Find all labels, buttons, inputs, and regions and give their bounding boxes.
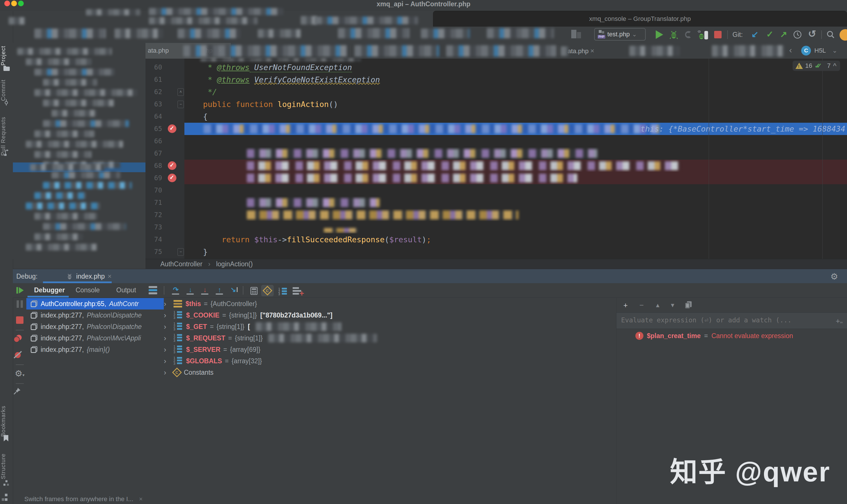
history-button[interactable] bbox=[793, 30, 802, 39]
expand-chevron-icon[interactable]: › bbox=[164, 368, 170, 377]
run-to-cursor-button[interactable]: ↘I bbox=[230, 286, 239, 295]
code-line[interactable]: } bbox=[185, 246, 847, 258]
tab-console[interactable]: Console bbox=[75, 286, 100, 294]
fold-marker-icon[interactable]: ˄ bbox=[177, 88, 184, 96]
debug-button[interactable] bbox=[669, 30, 679, 39]
run-with-coverage-button[interactable] bbox=[684, 30, 693, 39]
project-tree-panel[interactable] bbox=[13, 43, 145, 259]
background-window-titlebar[interactable]: xmq_console – GroupTranslator.php bbox=[433, 11, 847, 26]
project-icon[interactable] bbox=[3, 65, 10, 71]
pause-button[interactable] bbox=[13, 300, 27, 309]
force-step-into-button[interactable]: ↓ bbox=[201, 286, 210, 295]
git-update-icon[interactable]: ↙ bbox=[751, 30, 759, 39]
code-line[interactable]: this: {*BaseController*start_time => 168… bbox=[185, 123, 847, 135]
variable-row[interactable]: ›123$_COOKIE = {string[1]} ["8780b27d3a1… bbox=[164, 309, 616, 321]
code-line[interactable]: */ bbox=[185, 86, 847, 98]
git-commit-icon[interactable]: ✓ bbox=[766, 30, 773, 39]
resume-button[interactable] bbox=[15, 286, 25, 295]
window-layout-icon[interactable] bbox=[571, 29, 584, 40]
close-icon[interactable]: × bbox=[139, 496, 143, 503]
pull-requests-icon[interactable] bbox=[3, 149, 10, 156]
fold-marker-icon[interactable]: − bbox=[177, 248, 184, 256]
collab-label[interactable]: H5L bbox=[814, 47, 826, 54]
evaluate-expression-input[interactable] bbox=[621, 316, 822, 324]
breakpoint-icon[interactable] bbox=[168, 174, 176, 182]
expand-chevron-icon[interactable]: › bbox=[164, 334, 170, 343]
code-line[interactable] bbox=[185, 172, 847, 184]
move-down-button[interactable]: ▼ bbox=[670, 302, 675, 309]
move-up-button[interactable]: ▲ bbox=[655, 302, 661, 309]
mute-breakpoints-button[interactable] bbox=[13, 350, 27, 359]
code-line[interactable]: * @throws UserNotFoundException bbox=[185, 61, 847, 73]
add-to-watches-button[interactable]: + bbox=[293, 287, 304, 297]
bookmarks-icon[interactable] bbox=[3, 435, 9, 442]
close-icon[interactable]: × bbox=[108, 272, 112, 280]
gear-icon[interactable]: ⚙ bbox=[830, 271, 838, 282]
nav-back-chevron-icon[interactable]: ‹ bbox=[789, 45, 792, 55]
stack-frame-row[interactable]: index.php:277, Phalcon\Dispatche bbox=[27, 321, 164, 332]
commit-icon[interactable] bbox=[3, 99, 10, 106]
code-line[interactable]: * @throws VerifyCodeNotExistException bbox=[185, 73, 847, 86]
php-console-button[interactable]: C bbox=[261, 285, 274, 296]
start-listening-button[interactable] bbox=[697, 30, 710, 39]
sidebar-item-commit[interactable]: Commit bbox=[0, 79, 13, 101]
breakpoint-icon[interactable] bbox=[168, 161, 176, 170]
breakpoint-icon[interactable] bbox=[168, 124, 176, 133]
tab-mid[interactable]: ata.php × bbox=[568, 47, 594, 55]
structure-icon[interactable] bbox=[3, 480, 10, 486]
expand-chevron-icon[interactable]: › bbox=[164, 345, 170, 354]
fold-marker-icon[interactable]: − bbox=[177, 101, 184, 108]
tab-partial-left[interactable]: ata.php bbox=[148, 47, 169, 54]
show-variables-list-button[interactable]: 1 2 3 bbox=[278, 288, 288, 296]
step-out-button[interactable]: ↑ bbox=[215, 286, 224, 295]
expand-chevron-icon[interactable]: › bbox=[164, 322, 170, 331]
stack-frame-row[interactable]: AuthController.php:65, AuthContr bbox=[27, 298, 164, 309]
evaluate-expression-button[interactable] bbox=[250, 287, 258, 295]
code-line[interactable] bbox=[185, 221, 847, 233]
code-line[interactable] bbox=[185, 160, 847, 172]
rollback-icon[interactable]: ↺ bbox=[808, 29, 816, 39]
status-widget-icon[interactable] bbox=[2, 494, 7, 502]
expand-chevron-icon[interactable]: › bbox=[164, 357, 170, 365]
code-line[interactable]: public function loginAction() bbox=[185, 98, 847, 110]
layout-settings-button[interactable] bbox=[149, 286, 157, 294]
stack-frame-row[interactable]: index.php:277, Phalcon\Mvc\Appli bbox=[27, 332, 164, 344]
code-line[interactable] bbox=[185, 184, 847, 197]
stop-button[interactable] bbox=[713, 30, 723, 39]
git-push-icon[interactable]: ↗ bbox=[780, 30, 787, 39]
sidebar-item-bookmarks[interactable]: Bookmarks bbox=[0, 406, 13, 437]
search-everywhere-button[interactable] bbox=[826, 30, 835, 39]
variables-list[interactable]: ›$this = {AuthController}›123$_COOKIE = … bbox=[164, 298, 616, 384]
chevron-down-icon[interactable]: ⌄ bbox=[832, 47, 837, 54]
variable-row[interactable]: ›123$_GET = {string[1]} [ bbox=[164, 321, 616, 332]
expand-chevron-icon[interactable]: › bbox=[164, 311, 170, 320]
code-line[interactable] bbox=[185, 135, 847, 147]
view-breakpoints-button[interactable] bbox=[13, 334, 27, 343]
run-configuration-select[interactable]: PHP test.php ⌄ bbox=[594, 28, 646, 41]
add-watch-inline-icon[interactable]: +∞ bbox=[836, 317, 843, 325]
code-line[interactable]: { bbox=[185, 110, 847, 123]
pin-tab-button[interactable] bbox=[13, 387, 27, 395]
code-line[interactable]: return $this->fillSucceededResponse($res… bbox=[185, 233, 847, 246]
collapse-icon[interactable]: ^ bbox=[833, 62, 837, 70]
watch-entry[interactable]: ! $plan_creat_time = Cannot evaluate exp… bbox=[635, 332, 793, 340]
sidebar-item-structure[interactable]: Structure bbox=[0, 453, 13, 479]
step-into-button[interactable]: ↓ bbox=[186, 286, 195, 295]
inspections-widget[interactable]: 16 ✓✓ 7 ^ bbox=[793, 61, 840, 71]
code-line[interactable] bbox=[185, 209, 847, 221]
stop-debug-button[interactable] bbox=[13, 317, 27, 325]
variable-row[interactable]: ›123$GLOBALS = {array[32]} bbox=[164, 355, 616, 367]
collab-avatar[interactable]: C bbox=[801, 46, 811, 55]
remove-watch-button[interactable]: − bbox=[639, 301, 644, 310]
variable-row[interactable]: ›123$_REQUEST = {string[1]} bbox=[164, 332, 616, 344]
breadcrumb-class[interactable]: AuthController bbox=[160, 260, 203, 268]
close-icon[interactable]: × bbox=[590, 47, 594, 55]
sidebar-item-project[interactable]: Project bbox=[0, 46, 13, 66]
frames-list[interactable]: AuthController.php:65, AuthContr index.p… bbox=[27, 298, 164, 358]
add-watch-button[interactable]: + bbox=[623, 301, 628, 310]
notification-badge[interactable] bbox=[840, 29, 847, 41]
run-button[interactable] bbox=[655, 30, 664, 39]
code-line[interactable] bbox=[185, 197, 847, 209]
variable-row[interactable]: ›CConstants bbox=[164, 367, 616, 378]
debug-settings-gear-icon[interactable]: ⚙▾ bbox=[13, 368, 27, 378]
